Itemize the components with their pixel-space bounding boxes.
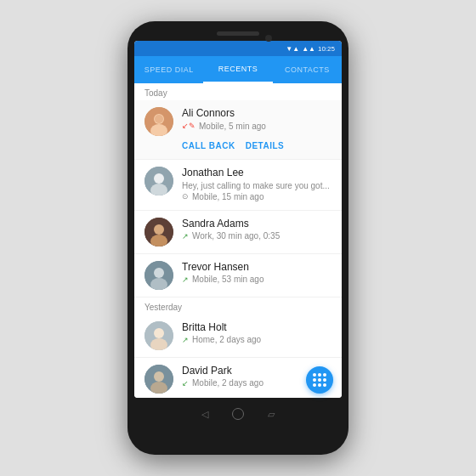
contact-item-britta-holt[interactable]: Britta Holt ↗ Home, 2 days ago (134, 314, 342, 358)
tab-bar: SPEED DIAL RECENTS CONTACTS (134, 56, 342, 83)
jonathan-lee-sub: ⊙ Mobile, 15 min ago (182, 191, 332, 203)
section-yesterday: Yesterday (134, 298, 342, 314)
avatar-jonathan-lee (144, 167, 173, 196)
tab-contacts[interactable]: CONTACTS (273, 56, 342, 83)
avatar-ali-connors (144, 107, 173, 136)
phone-nav: ◁ ▱ (201, 405, 275, 423)
status-bar: ▼▲ ▲▲ 10:25 (134, 41, 342, 56)
svg-point-14 (154, 328, 164, 338)
phone-screen: ▼▲ ▲▲ 10:25 SPEED DIAL RECENTS CONTACTS … (134, 41, 342, 398)
dialpad-fab[interactable] (306, 366, 333, 394)
britta-holt-info: Britta Holt ↗ Home, 2 days ago (182, 321, 332, 347)
ali-connors-sub: ↙✎ Mobile, 5 min ago (182, 121, 332, 133)
call-back-button[interactable]: CALL BACK (182, 141, 235, 150)
outgoing-call-icon: ↗ (182, 231, 189, 242)
avatar-trevor-hansen (144, 261, 173, 290)
contact-item-trevor-hansen[interactable]: Trevor Hansen ↗ Mobile, 53 min ago (134, 254, 342, 298)
voicemail-icon: ⊙ (182, 191, 189, 202)
tab-speed-dial[interactable]: SPEED DIAL (134, 56, 203, 83)
ali-connors-name: Ali Connors (182, 107, 332, 121)
sandra-adams-name: Sandra Adams (182, 218, 332, 231)
signal-icon: ▼▲ (286, 45, 299, 53)
section-today: Today (134, 83, 342, 100)
svg-point-5 (154, 173, 164, 184)
incoming-call-icon-david: ↙ (182, 378, 189, 389)
status-icons: ▼▲ ▲▲ 10:25 (286, 45, 335, 53)
sandra-adams-info: Sandra Adams ↗ Work, 30 min ago, 0:35 (182, 218, 332, 243)
ali-connors-info: Ali Connors ↙✎ Mobile, 5 min ago (182, 107, 332, 133)
britta-holt-name: Britta Holt (182, 321, 332, 335)
time-display: 10:25 (318, 45, 335, 53)
svg-point-17 (154, 371, 164, 382)
dialpad-icon (313, 373, 326, 387)
avatar-sandra-adams (144, 218, 173, 246)
svg-point-3 (155, 115, 163, 123)
contact-item-ali-connors[interactable]: Ali Connors ↙✎ Mobile, 5 min ago CALL BA… (134, 100, 342, 160)
britta-holt-sub: ↗ Home, 2 days ago (182, 334, 332, 346)
recents-list: Today Ali Connors (134, 83, 342, 398)
jonathan-lee-name: Jonathan Lee (182, 167, 332, 180)
svg-point-11 (154, 268, 164, 278)
contact-item-jonathan-lee[interactable]: Jonathan Lee Hey, just calling to make s… (134, 160, 342, 211)
avatar-david-park (144, 365, 173, 394)
home-button[interactable] (232, 408, 244, 420)
outgoing-call-icon-trevor: ↗ (182, 275, 189, 286)
phone-camera (265, 35, 272, 42)
phone-device: ▼▲ ▲▲ 10:25 SPEED DIAL RECENTS CONTACTS … (128, 21, 348, 455)
details-button[interactable]: DETAILS (246, 141, 285, 150)
jonathan-lee-message: Hey, just calling to make sure you got..… (182, 180, 332, 191)
trevor-hansen-name: Trevor Hansen (182, 261, 332, 275)
trevor-hansen-info: Trevor Hansen ↗ Mobile, 53 min ago (182, 261, 332, 286)
network-icon: ▲▲ (302, 45, 315, 53)
recent-button[interactable]: ▱ (268, 409, 275, 420)
ali-connors-actions: CALL BACK DETAILS (144, 136, 284, 152)
phone-speaker (217, 31, 259, 36)
sandra-adams-sub: ↗ Work, 30 min ago, 0:35 (182, 230, 332, 242)
jonathan-lee-info: Jonathan Lee Hey, just calling to make s… (182, 167, 332, 203)
avatar-britta-holt (144, 321, 173, 350)
svg-point-8 (154, 224, 164, 235)
trevor-hansen-sub: ↗ Mobile, 53 min ago (182, 274, 332, 286)
tab-recents[interactable]: RECENTS (203, 56, 272, 83)
missed-call-icon: ↙✎ (182, 121, 196, 132)
outgoing-call-icon-britta: ↗ (182, 335, 189, 346)
back-button[interactable]: ◁ (201, 409, 208, 420)
contact-item-sandra-adams[interactable]: Sandra Adams ↗ Work, 30 min ago, 0:35 (134, 211, 342, 254)
